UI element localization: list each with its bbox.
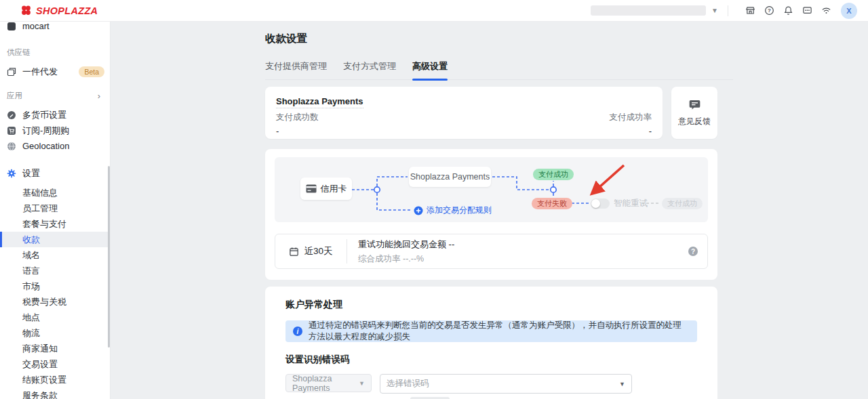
red-pointer-arrow [593, 165, 624, 193]
add-allocation-rule-link[interactable]: 添加交易分配规则 [414, 205, 492, 216]
tab-advanced-settings[interactable]: 高级设置 [412, 60, 448, 79]
main-content: 收款设置 支付提供商管理 支付方式管理 高级设置 Shoplazza Payme… [111, 22, 868, 399]
sidebar-item-geolocation[interactable]: Geolocation [0, 138, 110, 154]
provider-select[interactable]: Shoplazza Payments ▼ [285, 374, 372, 392]
help-tooltip-icon[interactable]: ? [688, 247, 698, 256]
feedback-icon [688, 99, 701, 111]
settings-gear-icon [7, 169, 16, 178]
network-wifi-icon[interactable] [821, 5, 831, 16]
sidebar-item-shipping[interactable]: 物流 [0, 325, 110, 341]
sidebar-item-mocart[interactable]: mocart [0, 22, 110, 34]
brand-name: SHOPLAZZA [36, 5, 98, 16]
account-exception-card: 账户异常处理 i 通过特定的错误码来判断您当前的交易是否发生异常（通常为账户受限… [265, 287, 717, 399]
sidebar-item-languages[interactable]: 语言 [0, 263, 110, 278]
mocart-app-icon [7, 22, 16, 31]
retry-success-badge: 支付成功 [662, 198, 703, 209]
dropshipping-icon [7, 67, 16, 77]
error-code-subtitle: 设置识别错误码 [285, 354, 697, 366]
smart-retry-label: 智能重试 [614, 198, 648, 209]
sidebar-item-settings[interactable]: 设置 [0, 165, 110, 181]
pay-fail-badge: 支付失败 [532, 198, 572, 209]
sidebar-item-staff-management[interactable]: 员工管理 [0, 201, 110, 216]
storefront-icon[interactable] [745, 5, 755, 16]
user-avatar[interactable]: X [841, 3, 857, 19]
info-icon: i [293, 327, 302, 336]
shoplazza-logo-icon [20, 5, 32, 16]
retry-stats-row: 近30天 重试功能挽回交易金额 -- 综合成功率 --.--% ? [275, 234, 708, 269]
provider-name[interactable]: Shoplazza Payments [276, 96, 363, 108]
toggle-knob [591, 199, 600, 208]
calendar-icon [289, 247, 299, 257]
notifications-bell-icon[interactable] [783, 5, 793, 16]
plus-circle-icon [414, 206, 423, 215]
period-label: 近30天 [304, 245, 332, 257]
provider-stats-card: Shoplazza Payments 支付成功数 - 支付成功率 - [265, 87, 663, 139]
tab-payment-providers[interactable]: 支付提供商管理 [265, 60, 327, 79]
page-title: 收款设置 [265, 22, 717, 46]
sidebar-item-terms-of-service[interactable]: 服务条款 [0, 387, 110, 399]
tab-bar: 支付提供商管理 支付方式管理 高级设置 [265, 60, 733, 80]
sidebar-item-multicurrency[interactable]: 多货币设置 [0, 107, 110, 123]
provider-flow-node[interactable]: Shoplazza Payments [409, 167, 491, 187]
select-caret-icon: ▼ [359, 380, 365, 387]
sidebar-item-payments[interactable]: 收款 [0, 232, 110, 247]
credit-card-node[interactable]: 信用卡 [300, 177, 352, 200]
info-banner: i 通过特定的错误码来判断您当前的交易是否发生异常（通常为账户受限），并自动执行… [285, 320, 697, 342]
sidebar-item-locations[interactable]: 地点 [0, 310, 110, 325]
success-count-value: - [276, 126, 652, 136]
help-icon[interactable]: ? [764, 5, 774, 16]
pay-success-badge: 支付成功 [533, 169, 574, 180]
success-rate-label: 支付成功率 [610, 112, 652, 123]
section-supply-chain: 供应链 [0, 47, 110, 58]
error-code-select[interactable]: 选择错误码 ▼ [380, 374, 632, 394]
topbar: SHOPLAZZA ▼ ? [0, 0, 868, 22]
svg-text:?: ? [768, 7, 771, 14]
beta-badge: Beta [79, 66, 104, 77]
store-caret-icon[interactable]: ▼ [711, 7, 718, 14]
combined-rate-text: 综合成功率 --.--% [358, 253, 454, 265]
payment-flow-diagram: 信用卡 Shoplazza Payments 添加交易分配规则 支付成功 支付失… [275, 157, 708, 222]
sidebar: mocart 供应链 一件代发 Beta 应用 › 多货币设置 订阅-周期购 G… [0, 22, 111, 399]
sidebar-item-plan-and-billing[interactable]: 套餐与支付 [0, 216, 110, 232]
shoplazza-logo[interactable]: SHOPLAZZA [20, 5, 98, 16]
feedback-button[interactable]: 意见反馈 [671, 87, 717, 139]
exception-title: 账户异常处理 [285, 299, 697, 311]
sidebar-item-merchant-notifications[interactable]: 商家通知 [0, 341, 110, 356]
sidebar-item-subscription[interactable]: 订阅-周期购 [0, 123, 110, 138]
geolocation-app-icon [7, 142, 16, 151]
smart-retry-toggle[interactable] [591, 198, 610, 209]
info-banner-text: 通过特定的错误码来判断您当前的交易是否发生异常（通常为账户受限），并自动执行所设… [309, 320, 690, 343]
success-count-label: 支付成功数 [276, 112, 652, 123]
sidebar-item-basic-info[interactable]: 基础信息 [0, 185, 110, 201]
credit-card-icon [306, 184, 317, 193]
messages-icon[interactable] [802, 5, 812, 16]
stats-divider [347, 239, 347, 264]
sidebar-item-dropshipping[interactable]: 一件代发 Beta [0, 64, 110, 79]
topbar-divider [728, 5, 728, 16]
store-selector[interactable] [591, 5, 706, 16]
sidebar-item-markets[interactable]: 市场 [0, 278, 110, 294]
feedback-label: 意见反馈 [678, 116, 711, 127]
sidebar-item-taxes[interactable]: 税费与关税 [0, 294, 110, 310]
subscription-app-icon [7, 126, 16, 135]
multicurrency-app-icon [7, 110, 16, 120]
sidebar-item-domains[interactable]: 域名 [0, 247, 110, 263]
tab-payment-methods[interactable]: 支付方式管理 [343, 60, 396, 79]
select-caret-icon: ▼ [619, 381, 625, 387]
recovered-amount-text: 重试功能挽回交易金额 -- [358, 238, 454, 251]
section-apps[interactable]: 应用 › [0, 91, 110, 101]
sidebar-scrollbar[interactable] [108, 166, 111, 348]
success-rate-value: - [610, 126, 652, 136]
chevron-right-icon: › [98, 91, 100, 101]
sidebar-item-transaction-settings[interactable]: 交易设置 [0, 356, 110, 372]
sidebar-item-checkout-settings[interactable]: 结账页设置 [0, 372, 110, 387]
routing-card: 信用卡 Shoplazza Payments 添加交易分配规则 支付成功 支付失… [265, 149, 717, 280]
